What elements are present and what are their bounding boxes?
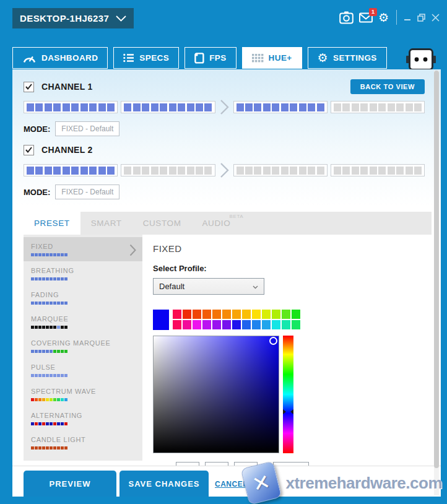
mini-led-square: [31, 302, 34, 305]
mode-item-fixed[interactable]: FIXED: [24, 237, 142, 261]
color-swatch[interactable]: [222, 310, 231, 319]
mini-led-square: [38, 398, 41, 401]
color-swatch[interactable]: [262, 320, 271, 329]
save-changes-button[interactable]: SAVE CHANGES: [119, 471, 209, 497]
preset-tab-bar: PRESETSMARTCUSTOMAUDIOBETA: [24, 212, 432, 235]
color-swatch[interactable]: [222, 320, 231, 329]
color-swatch[interactable]: [173, 310, 181, 319]
back-to-view-button[interactable]: BACK TO VIEW: [350, 79, 425, 94]
color-swatch[interactable]: [252, 310, 261, 319]
color-swatch[interactable]: [242, 310, 251, 319]
color-swatch[interactable]: [183, 320, 191, 329]
channel-checkbox[interactable]: [24, 145, 34, 155]
color-swatch[interactable]: [292, 310, 300, 319]
scrollbar-thumb[interactable]: [434, 71, 439, 468]
color-swatch[interactable]: [272, 320, 280, 329]
saturation-value-picker[interactable]: [153, 336, 279, 453]
scrollbar-track[interactable]: [434, 71, 439, 495]
picker-selector-ring[interactable]: [269, 337, 277, 345]
preset-tab-custom[interactable]: CUSTOM: [132, 212, 192, 235]
color-swatch[interactable]: [212, 320, 221, 329]
led-square: [107, 167, 115, 175]
color-swatch[interactable]: [272, 310, 280, 319]
led-strip[interactable]: [24, 164, 118, 176]
current-color-swatch[interactable]: [153, 310, 169, 330]
color-swatch[interactable]: [193, 320, 201, 329]
minimize-button[interactable]: [404, 14, 412, 21]
messages-mail-icon[interactable]: 1: [359, 12, 373, 23]
led-square: [53, 167, 61, 175]
mini-led-square: [46, 398, 49, 401]
mini-led-square: [61, 350, 64, 353]
mode-item-marquee[interactable]: MARQUEE: [24, 310, 142, 334]
screenshot-camera-icon[interactable]: [339, 11, 354, 24]
led-strip[interactable]: [233, 164, 328, 176]
close-button[interactable]: [432, 14, 440, 22]
nav-tab-settings[interactable]: ⚙SETTINGS: [308, 47, 387, 69]
chevron-right-icon: [129, 244, 136, 259]
color-swatch[interactable]: [212, 310, 221, 319]
led-square: [272, 167, 279, 175]
nav-tab-hue[interactable]: HUE+: [242, 47, 302, 69]
preset-tab-audio[interactable]: AUDIOBETA: [192, 212, 241, 235]
hue-pointer-right[interactable]: [290, 409, 293, 414]
color-swatch[interactable]: [232, 310, 241, 319]
led-strip[interactable]: [121, 101, 215, 113]
color-swatch[interactable]: [173, 320, 181, 329]
mode-item-spectrum-wave[interactable]: SPECTRUM WAVE: [24, 382, 142, 406]
preset-tab-smart[interactable]: SMART: [80, 212, 132, 235]
mode-item-covering-marquee[interactable]: COVERING MARQUEE: [24, 334, 142, 358]
color-swatch[interactable]: [202, 310, 211, 319]
device-selector[interactable]: DESKTOP-1HJ6237: [12, 8, 134, 28]
color-swatch[interactable]: [202, 320, 211, 329]
mini-led-square: [35, 253, 38, 256]
mode-item-pulse[interactable]: PULSE: [24, 358, 142, 382]
mode-item-fading[interactable]: FADING: [24, 285, 142, 310]
hue-slider[interactable]: [283, 336, 293, 453]
mode-detail-title: FIXED: [153, 243, 432, 254]
chevron-down-icon: [116, 13, 126, 24]
color-swatch[interactable]: [282, 310, 290, 319]
led-square: [360, 167, 368, 175]
mini-led-square: [38, 374, 41, 377]
mini-led-square: [31, 277, 34, 280]
led-strip[interactable]: [233, 101, 328, 113]
preview-button[interactable]: PREVIEW: [24, 471, 116, 497]
mini-led-square: [42, 253, 45, 256]
channel-checkbox[interactable]: [24, 82, 34, 92]
nav-tab-specs[interactable]: SPECS: [113, 47, 179, 69]
mini-led-square: [61, 374, 64, 377]
nav-tab-fps[interactable]: FPS: [184, 47, 236, 69]
led-strip[interactable]: [121, 164, 215, 176]
restore-button[interactable]: [417, 14, 426, 22]
led-square: [178, 167, 185, 175]
mode-item-candle-light[interactable]: CANDLE LIGHT: [24, 430, 142, 454]
hue-pointer-left[interactable]: [283, 409, 286, 414]
led-square: [360, 103, 368, 111]
color-swatch[interactable]: [262, 310, 271, 319]
profile-dropdown[interactable]: Default: [153, 278, 264, 295]
color-swatch[interactable]: [252, 320, 261, 329]
color-swatch[interactable]: [242, 320, 251, 329]
led-strip[interactable]: [331, 164, 425, 176]
mode-item-breathing[interactable]: BREATHING: [24, 261, 142, 285]
led-strip[interactable]: [331, 101, 425, 113]
nav-tab-dashboard[interactable]: DASHBOARD: [12, 47, 108, 69]
color-swatch[interactable]: [193, 310, 201, 319]
mini-led-square: [57, 277, 60, 280]
led-square: [317, 167, 324, 175]
color-swatch[interactable]: [232, 320, 241, 329]
mini-led-square: [61, 398, 64, 401]
channel-label: CHANNEL 2: [41, 145, 93, 155]
led-square: [160, 103, 167, 111]
beta-badge: BETA: [230, 214, 244, 219]
led-square: [204, 167, 212, 175]
color-swatch[interactable]: [183, 310, 191, 319]
led-strip[interactable]: [24, 101, 118, 113]
settings-gear-icon[interactable]: ⚙: [378, 12, 389, 24]
preset-tab-preset[interactable]: PRESET: [24, 212, 80, 235]
mode-item-alternating[interactable]: ALTERNATING: [24, 406, 142, 430]
color-swatch[interactable]: [292, 320, 300, 329]
color-swatch[interactable]: [282, 320, 290, 329]
cancel-link[interactable]: CANCEL: [215, 480, 248, 489]
